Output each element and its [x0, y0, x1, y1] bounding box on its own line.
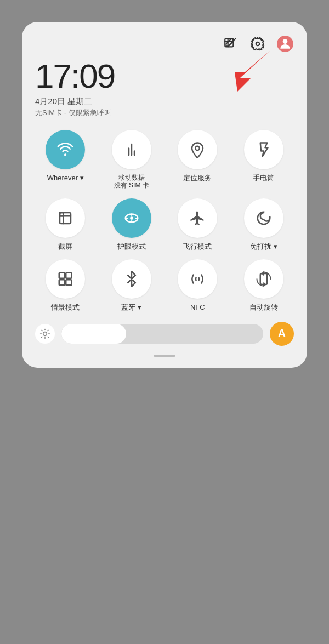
nfc-label: NFC [190, 303, 205, 312]
date-display: 4月20日 星期二 [35, 96, 294, 107]
brightness-fill [61, 324, 126, 344]
svg-rect-6 [60, 213, 63, 216]
quick-toggles: Wherever ▾ 移动数据 没有 SIM 卡 定位服务 [35, 130, 294, 312]
nfc-button[interactable] [178, 259, 217, 299]
bluetooth-label: 蓝牙 ▾ [121, 303, 141, 312]
svg-point-2 [283, 39, 288, 44]
svg-point-4 [196, 146, 200, 151]
svg-point-14 [43, 332, 47, 336]
screenshot-label: 截屏 [58, 242, 72, 251]
svg-marker-3 [235, 50, 270, 92]
toggle-wifi[interactable]: Wherever ▾ [35, 130, 96, 190]
user-icon[interactable] [276, 35, 294, 53]
screenshot-button[interactable] [46, 198, 85, 238]
flashlight-button[interactable] [244, 130, 283, 169]
svg-rect-9 [59, 273, 65, 278]
svg-rect-12 [66, 280, 72, 286]
svg-point-8 [129, 216, 134, 220]
wifi-label: Wherever ▾ [47, 174, 84, 183]
rotation-label: 自动旋转 [249, 303, 278, 312]
toggle-dnd[interactable]: 免打扰 ▾ [234, 198, 294, 251]
eyecare-label: 护眼模式 [117, 242, 146, 251]
bottom-handle [154, 355, 175, 357]
toggle-eyecare[interactable]: 护眼模式 [101, 198, 162, 251]
toggle-location[interactable]: 定位服务 [167, 130, 228, 190]
toggle-mobile[interactable]: 移动数据 没有 SIM 卡 [101, 130, 162, 190]
location-label: 定位服务 [183, 174, 212, 183]
rotation-button[interactable] [244, 259, 283, 299]
location-button[interactable] [178, 130, 217, 169]
scene-button[interactable] [46, 259, 85, 299]
svg-rect-11 [59, 280, 65, 286]
toggle-flashlight[interactable]: 手电筒 [234, 130, 294, 190]
toggle-airplane[interactable]: 飞行模式 [167, 198, 228, 251]
dnd-label: 免打扰 ▾ [250, 242, 277, 251]
airplane-button[interactable] [178, 198, 217, 238]
mobile-label: 移动数据 没有 SIM 卡 [114, 174, 149, 190]
brightness-control: A [35, 322, 294, 346]
eyecare-button[interactable] [112, 198, 151, 238]
flashlight-label: 手电筒 [253, 174, 274, 183]
toggle-bluetooth[interactable]: 蓝牙 ▾ [101, 259, 162, 312]
control-panel: 17:09 4月20日 星期二 无SIM卡 - 仅限紧急呼叫 Wherever … [22, 22, 307, 368]
brightness-icon [35, 324, 55, 344]
red-arrow-indicator [224, 45, 279, 96]
airplane-label: 飞行模式 [183, 242, 212, 251]
toggle-screenshot[interactable]: 截屏 [35, 198, 96, 251]
toggle-rotation[interactable]: 自动旋转 [234, 259, 294, 312]
toggle-scene[interactable]: 情景模式 [35, 259, 96, 312]
svg-rect-5 [60, 213, 71, 224]
toggle-nfc[interactable]: NFC [167, 259, 228, 312]
wifi-button[interactable] [46, 130, 85, 169]
scene-label: 情景模式 [51, 303, 80, 312]
bluetooth-button[interactable] [112, 259, 151, 299]
svg-rect-10 [66, 273, 72, 278]
mobile-button[interactable] [112, 130, 151, 169]
brightness-slider[interactable] [61, 324, 263, 344]
dnd-button[interactable] [244, 198, 283, 238]
sim-status: 无SIM卡 - 仅限紧急呼叫 [35, 108, 294, 118]
avatar[interactable]: A [270, 322, 294, 346]
